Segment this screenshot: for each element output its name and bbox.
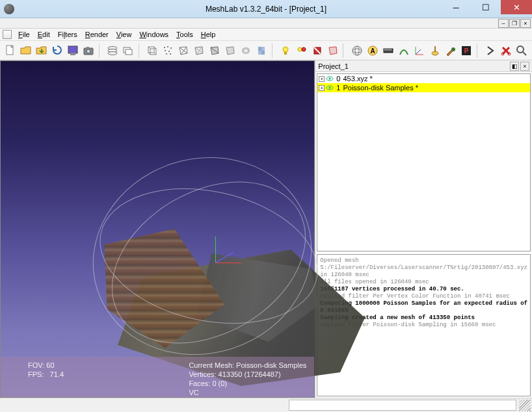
svg-point-8 (108, 51, 117, 55)
app-icon (4, 4, 14, 14)
layer-name: Poisson-disk Samples * (341, 84, 418, 92)
paint-button[interactable] (444, 43, 459, 58)
menu-tools[interactable]: Tools (172, 29, 197, 40)
flat-button[interactable] (223, 43, 238, 58)
log-line: Applied filter Per Vertex Color Function… (320, 293, 527, 300)
align-button[interactable]: A (365, 43, 380, 58)
svg-point-34 (352, 49, 362, 53)
svg-point-28 (283, 47, 288, 52)
trackball-button[interactable] (349, 43, 364, 58)
axis-button[interactable] (412, 43, 427, 58)
document-icon (3, 30, 12, 39)
layer-index: 0 (335, 75, 340, 83)
show-layers-button[interactable] (105, 43, 120, 58)
backface-cull-button[interactable] (310, 43, 325, 58)
status-vc: VC (189, 388, 306, 397)
measure-button[interactable] (380, 43, 395, 58)
log-line: S:/Fileserver/Diverses/Laserscanner/T%rt… (320, 264, 527, 279)
layer-name: 453.xyz * (341, 75, 372, 83)
layer-panel-header: Project_1 ◧ × (315, 60, 532, 72)
svg-rect-1 (68, 46, 77, 53)
menu-windows[interactable]: Windows (135, 29, 172, 40)
svg-rect-26 (258, 47, 261, 51)
import-mesh-button[interactable] (34, 43, 49, 58)
toolbar: A P (0, 41, 532, 60)
log-line: 16851187 vertices processed in 40.70 sec… (320, 286, 527, 293)
svg-point-23 (170, 53, 171, 55)
double-light-button[interactable] (294, 43, 309, 58)
tree-expand-icon[interactable]: + (319, 85, 325, 91)
resize-grip[interactable] (519, 400, 531, 411)
cleaning-button[interactable] (428, 43, 443, 58)
svg-point-4 (86, 49, 90, 53)
layer-panel-undock-button[interactable]: ◧ (510, 62, 519, 71)
maximize-button[interactable]: ☐ (471, 0, 501, 14)
svg-point-19 (170, 47, 172, 49)
visibility-icon[interactable] (326, 84, 334, 91)
chevron-right-icon[interactable] (483, 43, 498, 58)
reload-button[interactable] (49, 43, 64, 58)
svg-line-45 (416, 49, 421, 55)
new-project-button[interactable] (3, 43, 18, 58)
layer-panel-title: Project_1 (318, 62, 348, 70)
layer-row[interactable]: + 1 Poisson-disk Samples * (317, 83, 530, 92)
bbox-button[interactable] (144, 43, 159, 58)
svg-text:P: P (464, 47, 469, 55)
mdi-minimize-button[interactable]: – (498, 19, 509, 28)
points-button[interactable] (160, 43, 175, 58)
close-button[interactable]: ✕ (501, 0, 532, 14)
svg-point-35 (355, 46, 359, 55)
snapshot-button[interactable] (81, 43, 96, 58)
mdi-close-button[interactable]: × (520, 19, 531, 28)
visibility-icon[interactable] (326, 75, 334, 82)
plugin-p-button[interactable]: P (459, 43, 474, 58)
viewport-status-overlay: FOV: 60 FPS: 71.4 Current Mesh: Poisson-… (1, 357, 314, 397)
open-project-button[interactable] (18, 43, 33, 58)
minimize-button[interactable]: ─ (441, 0, 471, 14)
layer-panel-close-button[interactable]: × (520, 62, 529, 71)
menu-filters[interactable]: Filters (54, 29, 81, 40)
svg-point-30 (298, 47, 302, 51)
svg-rect-5 (86, 47, 89, 49)
quality-mapper-button[interactable] (396, 43, 411, 58)
status-current-mesh: Current Mesh: Poisson-disk Samples (189, 361, 306, 370)
svg-point-18 (167, 46, 168, 47)
window-title: MeshLab v1.3.2_64bit - [Project_1] (206, 5, 326, 14)
svg-text:A: A (370, 47, 375, 55)
svg-point-20 (165, 50, 166, 51)
log-line: Opened mesh (320, 257, 527, 264)
menu-file[interactable]: File (14, 29, 34, 40)
tree-expand-icon[interactable]: + (319, 76, 325, 82)
svg-point-31 (302, 47, 306, 51)
export-mesh-button[interactable] (65, 43, 80, 58)
light-toggle-button[interactable] (278, 43, 293, 58)
viewport-3d[interactable]: FOV: 60 FPS: 71.4 Current Mesh: Poisson-… (0, 60, 315, 398)
search-button[interactable] (514, 43, 529, 58)
window-titlebar: MeshLab v1.3.2_64bit - [Project_1] ─ ☐ ✕ (0, 0, 532, 18)
svg-rect-27 (261, 51, 265, 55)
layer-row[interactable]: + 0 453.xyz * (317, 74, 530, 83)
svg-point-17 (164, 47, 165, 48)
menu-help[interactable]: Help (197, 29, 220, 40)
svg-point-56 (329, 78, 331, 80)
svg-rect-29 (284, 52, 287, 55)
layer-list[interactable]: + 0 453.xyz * + 1 Poisson-disk Samples * (317, 73, 531, 251)
cut-filter-button[interactable] (499, 43, 514, 58)
texture-button[interactable] (254, 43, 269, 58)
flatlines-button[interactable] (207, 43, 222, 58)
menu-edit[interactable]: Edit (34, 29, 54, 40)
svg-rect-10 (126, 49, 132, 55)
show-raster-button[interactable] (120, 43, 135, 58)
smooth-button[interactable] (239, 43, 254, 58)
svg-point-48 (451, 47, 455, 51)
mdi-restore-button[interactable]: ❐ (509, 19, 520, 28)
svg-point-53 (517, 46, 524, 53)
menu-render[interactable]: Render (81, 29, 113, 40)
selected-face-button[interactable] (325, 43, 340, 58)
hiddenlines-button[interactable] (192, 43, 207, 58)
svg-rect-2 (70, 53, 75, 55)
status-fps: FPS: 71.4 (28, 370, 173, 379)
wireframe-button[interactable] (176, 43, 191, 58)
main-area: FOV: 60 FPS: 71.4 Current Mesh: Poisson-… (0, 60, 532, 398)
menu-view[interactable]: View (113, 29, 136, 40)
